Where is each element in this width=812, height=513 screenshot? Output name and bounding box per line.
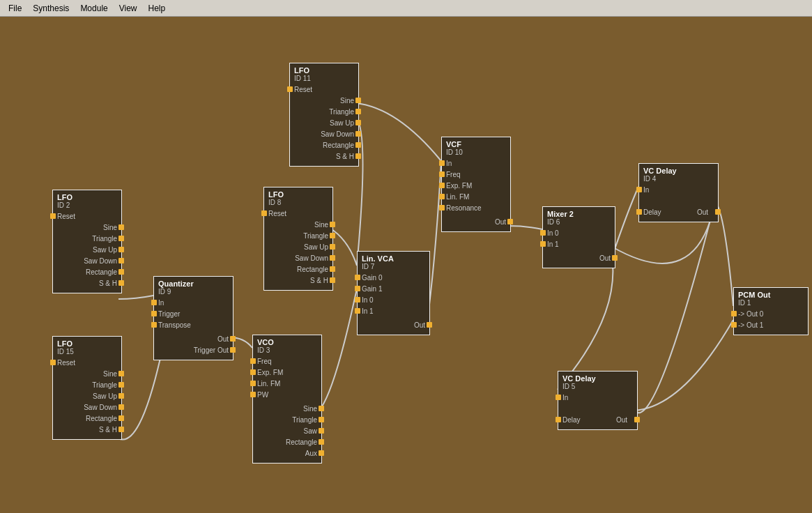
menu-view[interactable]: View	[114, 2, 143, 15]
port-in0-vca7[interactable]	[355, 297, 360, 303]
port-sine-lfo11[interactable]	[355, 98, 361, 103]
port-in1-mixer6[interactable]	[540, 241, 546, 247]
port-out-vcf10[interactable]	[507, 219, 513, 224]
port-tri-lfo15[interactable]	[118, 382, 124, 388]
port-reset-lfo11[interactable]	[287, 86, 293, 92]
port-in0-mixer6[interactable]	[540, 230, 546, 236]
port-sawup-lfo15[interactable]	[118, 393, 124, 399]
menu-file[interactable]: File	[3, 2, 27, 15]
port-sawdown-lfo2[interactable]	[118, 258, 124, 263]
port-sh-lfo8[interactable]	[330, 277, 335, 283]
port-in1-vca7[interactable]	[355, 308, 360, 314]
port-freq-vco3[interactable]	[250, 358, 256, 364]
canvas: LFO ID 2 Reset Sine Triangle Saw Up Saw …	[0, 17, 812, 513]
port-linfm-vco3[interactable]	[250, 381, 256, 386]
port-out-q9[interactable]	[230, 336, 236, 342]
port-trigout-q9[interactable]	[230, 347, 236, 353]
port-rect-lfo11[interactable]	[355, 142, 361, 148]
port-rect-lfo2[interactable]	[118, 269, 124, 275]
port-tri-lfo8[interactable]	[330, 233, 335, 238]
port-sawdown-lfo8[interactable]	[330, 255, 335, 261]
port-sine-vco3[interactable]	[319, 406, 324, 411]
port-tri-lfo2[interactable]	[118, 236, 124, 241]
port-reset-lfo15[interactable]	[50, 360, 56, 365]
menu-help[interactable]: Help	[143, 2, 171, 15]
module-linvca7: Lin. VCA ID 7 Gain 0 Gain 1 In 0 In 1 Ou…	[357, 251, 430, 335]
menu-module[interactable]: Module	[75, 2, 113, 15]
port-rect-vco3[interactable]	[319, 439, 324, 445]
port-gain1-vca7[interactable]	[355, 286, 360, 291]
menu-synthesis[interactable]: Synthesis	[27, 2, 75, 15]
port-tri-lfo11[interactable]	[355, 109, 361, 114]
port-gain0-vca7[interactable]	[355, 275, 360, 280]
port-linfm-vcf10[interactable]	[439, 194, 445, 199]
port-sawup-lfo2[interactable]	[118, 247, 124, 252]
port-out-mixer6[interactable]	[612, 255, 618, 261]
menubar: File Synthesis Module View Help	[0, 0, 812, 17]
module-lfo2: LFO ID 2 Reset Sine Triangle Saw Up Saw …	[52, 190, 122, 293]
module-lfo8: LFO ID 8 Reset Sine Triangle Saw Up Saw …	[263, 187, 333, 291]
port-out-vca7[interactable]	[427, 322, 432, 328]
module-lfo11: LFO ID 11 Reset Sine Triangle Saw Up Saw…	[289, 63, 359, 167]
module-vcf10: VCF ID 10 In Freq Exp. FM Lin. FM Resona…	[441, 137, 511, 232]
port-in-vcd4[interactable]	[636, 187, 642, 192]
port-out0-pcm1[interactable]	[731, 311, 737, 316]
port-rect-lfo8[interactable]	[330, 266, 335, 272]
port-sh-lfo11[interactable]	[355, 153, 361, 159]
port-sine-lfo2[interactable]	[118, 224, 124, 230]
port-saw-vco3[interactable]	[319, 428, 324, 434]
port-aux-vco3[interactable]	[319, 450, 324, 456]
port-out1-pcm1[interactable]	[731, 322, 737, 328]
module-lfo15: LFO ID 15 Reset Sine Triangle Saw Up Saw…	[52, 336, 122, 440]
port-freq-vcf10[interactable]	[439, 171, 445, 177]
port-sh-lfo15[interactable]	[118, 427, 124, 432]
port-pw-vco3[interactable]	[250, 392, 256, 397]
port-sawup-lfo8[interactable]	[330, 244, 335, 250]
port-reset-lfo2[interactable]	[50, 213, 56, 219]
port-sawdown-lfo15[interactable]	[118, 404, 124, 410]
module-pcmout1: PCM Out ID 1 -> Out 0 -> Out 1	[733, 287, 809, 335]
port-expfm-vcf10[interactable]	[439, 183, 445, 188]
module-mixer6: Mixer 2 ID 6 In 0 In 1 Out	[542, 206, 615, 268]
port-transpose-q9[interactable]	[151, 322, 157, 328]
port-expfm-vco3[interactable]	[250, 369, 256, 375]
port-in-vcf10[interactable]	[439, 160, 445, 166]
port-delay-vcd5[interactable]	[556, 417, 561, 422]
port-tri-vco3[interactable]	[319, 417, 324, 422]
port-sawup-lfo11[interactable]	[355, 120, 361, 125]
port-trigger-q9[interactable]	[151, 311, 157, 316]
port-sawdown-lfo11[interactable]	[355, 131, 361, 137]
port-in-vcd5[interactable]	[556, 395, 561, 400]
port-out-vcd5[interactable]	[634, 417, 640, 422]
port-res-vcf10[interactable]	[439, 205, 445, 210]
port-in-q9[interactable]	[151, 300, 157, 305]
module-quantizer9: Quantizer ID 9 In Trigger Transpose Out …	[153, 276, 233, 360]
port-sh-lfo2[interactable]	[118, 280, 124, 286]
module-vco3: VCO ID 3 Freq Exp. FM Lin. FM PW Sine Tr…	[252, 335, 322, 464]
port-sine-lfo8[interactable]	[330, 222, 335, 227]
port-out-vcd4[interactable]	[715, 209, 721, 215]
port-delay-vcd4[interactable]	[636, 209, 642, 215]
port-sine-lfo15[interactable]	[118, 371, 124, 376]
port-reset-lfo8[interactable]	[261, 210, 267, 216]
module-vcdelay4: VC Delay ID 4 In Delay Out	[638, 163, 719, 222]
port-rect-lfo15[interactable]	[118, 415, 124, 421]
module-vcdelay5: VC Delay ID 5 In Delay Out	[558, 371, 638, 430]
